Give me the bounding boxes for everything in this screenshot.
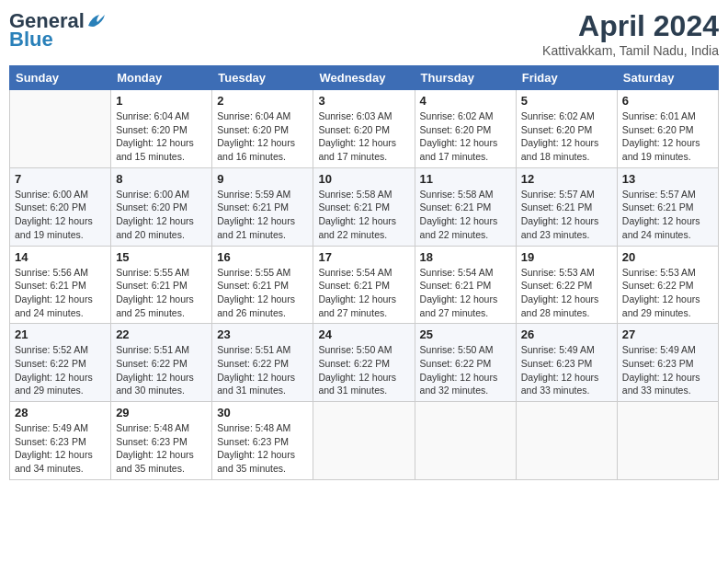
calendar-cell: 20Sunrise: 5:53 AM Sunset: 6:22 PM Dayli… — [617, 246, 718, 324]
day-info: Sunrise: 5:51 AM Sunset: 6:22 PM Dayligh… — [217, 343, 308, 397]
page-header: General Blue April 2024 Kattivakkam, Tam… — [9, 9, 719, 58]
title-block: April 2024 Kattivakkam, Tamil Nadu, Indi… — [542, 9, 719, 58]
day-info: Sunrise: 5:49 AM Sunset: 6:23 PM Dayligh… — [521, 343, 612, 397]
calendar-cell: 7Sunrise: 6:00 AM Sunset: 6:20 PM Daylig… — [10, 167, 111, 246]
day-number: 24 — [318, 327, 409, 341]
day-info: Sunrise: 5:49 AM Sunset: 6:23 PM Dayligh… — [622, 343, 713, 397]
calendar-cell: 10Sunrise: 5:58 AM Sunset: 6:21 PM Dayli… — [313, 167, 415, 246]
day-number: 3 — [318, 94, 409, 108]
calendar-cell: 15Sunrise: 5:55 AM Sunset: 6:21 PM Dayli… — [111, 246, 212, 324]
day-number: 12 — [521, 172, 612, 186]
day-number: 25 — [420, 327, 511, 341]
day-number: 26 — [521, 327, 612, 341]
calendar-cell: 19Sunrise: 5:53 AM Sunset: 6:22 PM Dayli… — [516, 246, 617, 324]
calendar-cell: 25Sunrise: 5:50 AM Sunset: 6:22 PM Dayli… — [415, 324, 516, 402]
day-info: Sunrise: 5:58 AM Sunset: 6:21 PM Dayligh… — [420, 188, 511, 242]
calendar-row: 7Sunrise: 6:00 AM Sunset: 6:20 PM Daylig… — [10, 167, 719, 246]
day-number: 9 — [217, 172, 308, 186]
day-info: Sunrise: 5:48 AM Sunset: 6:23 PM Dayligh… — [217, 421, 308, 476]
calendar-cell — [10, 90, 111, 168]
day-info: Sunrise: 5:50 AM Sunset: 6:22 PM Dayligh… — [318, 343, 409, 397]
calendar-cell: 22Sunrise: 5:51 AM Sunset: 6:22 PM Dayli… — [111, 324, 212, 402]
calendar-cell: 18Sunrise: 5:54 AM Sunset: 6:21 PM Dayli… — [415, 246, 516, 324]
day-number: 15 — [116, 250, 207, 264]
calendar-row: 1Sunrise: 6:04 AM Sunset: 6:20 PM Daylig… — [10, 90, 719, 168]
day-info: Sunrise: 6:02 AM Sunset: 6:20 PM Dayligh… — [521, 109, 612, 164]
month-title: April 2024 — [542, 9, 719, 43]
day-number: 22 — [116, 327, 207, 341]
calendar-cell: 16Sunrise: 5:55 AM Sunset: 6:21 PM Dayli… — [212, 246, 313, 324]
calendar-cell — [313, 402, 415, 480]
calendar-row: 21Sunrise: 5:52 AM Sunset: 6:22 PM Dayli… — [10, 324, 719, 402]
calendar-cell — [516, 402, 617, 480]
day-info: Sunrise: 6:02 AM Sunset: 6:20 PM Dayligh… — [420, 109, 511, 164]
calendar-cell: 3Sunrise: 6:03 AM Sunset: 6:20 PM Daylig… — [313, 90, 415, 168]
weekday-header-row: SundayMondayTuesdayWednesdayThursdayFrid… — [10, 66, 719, 90]
day-info: Sunrise: 5:53 AM Sunset: 6:22 PM Dayligh… — [622, 266, 713, 320]
day-info: Sunrise: 5:53 AM Sunset: 6:22 PM Dayligh… — [521, 266, 612, 320]
weekday-header-cell: Tuesday — [212, 66, 313, 90]
day-number: 13 — [622, 172, 713, 186]
day-info: Sunrise: 5:54 AM Sunset: 6:21 PM Dayligh… — [318, 266, 409, 320]
day-number: 5 — [521, 94, 612, 108]
calendar-row: 28Sunrise: 5:49 AM Sunset: 6:23 PM Dayli… — [10, 402, 719, 480]
day-info: Sunrise: 6:04 AM Sunset: 6:20 PM Dayligh… — [217, 109, 308, 164]
day-info: Sunrise: 5:57 AM Sunset: 6:21 PM Dayligh… — [521, 188, 612, 242]
day-info: Sunrise: 5:49 AM Sunset: 6:23 PM Dayligh… — [15, 421, 106, 476]
day-number: 17 — [318, 250, 409, 264]
calendar-row: 14Sunrise: 5:56 AM Sunset: 6:21 PM Dayli… — [10, 246, 719, 324]
day-number: 2 — [217, 94, 308, 108]
day-number: 11 — [420, 172, 511, 186]
day-info: Sunrise: 5:55 AM Sunset: 6:21 PM Dayligh… — [217, 266, 308, 320]
day-info: Sunrise: 5:55 AM Sunset: 6:21 PM Dayligh… — [116, 266, 207, 320]
location: Kattivakkam, Tamil Nadu, India — [542, 43, 719, 58]
calendar-cell: 17Sunrise: 5:54 AM Sunset: 6:21 PM Dayli… — [313, 246, 415, 324]
calendar-table: SundayMondayTuesdayWednesdayThursdayFrid… — [9, 65, 719, 480]
day-info: Sunrise: 5:57 AM Sunset: 6:21 PM Dayligh… — [622, 188, 713, 242]
calendar-cell: 8Sunrise: 6:00 AM Sunset: 6:20 PM Daylig… — [111, 167, 212, 246]
day-number: 23 — [217, 327, 308, 341]
calendar-cell — [415, 402, 516, 480]
weekday-header-cell: Monday — [111, 66, 212, 90]
calendar-cell: 6Sunrise: 6:01 AM Sunset: 6:20 PM Daylig… — [617, 90, 718, 168]
calendar-cell: 1Sunrise: 6:04 AM Sunset: 6:20 PM Daylig… — [111, 90, 212, 168]
weekday-header-cell: Thursday — [415, 66, 516, 90]
weekday-header-cell: Sunday — [10, 66, 111, 90]
calendar-cell: 4Sunrise: 6:02 AM Sunset: 6:20 PM Daylig… — [415, 90, 516, 168]
calendar-cell: 2Sunrise: 6:04 AM Sunset: 6:20 PM Daylig… — [212, 90, 313, 168]
day-number: 1 — [116, 94, 207, 108]
weekday-header-cell: Wednesday — [313, 66, 415, 90]
day-number: 21 — [15, 327, 106, 341]
calendar-cell: 12Sunrise: 5:57 AM Sunset: 6:21 PM Dayli… — [516, 167, 617, 246]
calendar-cell: 5Sunrise: 6:02 AM Sunset: 6:20 PM Daylig… — [516, 90, 617, 168]
day-number: 29 — [116, 406, 207, 419]
calendar-cell: 26Sunrise: 5:49 AM Sunset: 6:23 PM Dayli… — [516, 324, 617, 402]
calendar-body: 1Sunrise: 6:04 AM Sunset: 6:20 PM Daylig… — [10, 90, 719, 480]
day-number: 8 — [116, 172, 207, 186]
day-number: 14 — [15, 250, 106, 264]
day-number: 6 — [622, 94, 713, 108]
day-number: 18 — [420, 250, 511, 264]
day-number: 16 — [217, 250, 308, 264]
day-info: Sunrise: 5:54 AM Sunset: 6:21 PM Dayligh… — [420, 266, 511, 320]
day-info: Sunrise: 5:58 AM Sunset: 6:21 PM Dayligh… — [318, 188, 409, 242]
logo: General Blue — [9, 9, 107, 52]
day-info: Sunrise: 6:01 AM Sunset: 6:20 PM Dayligh… — [622, 109, 713, 164]
calendar-cell: 29Sunrise: 5:48 AM Sunset: 6:23 PM Dayli… — [111, 402, 212, 480]
day-info: Sunrise: 6:03 AM Sunset: 6:20 PM Dayligh… — [318, 109, 409, 164]
day-number: 7 — [15, 172, 106, 186]
day-number: 28 — [15, 406, 106, 419]
day-info: Sunrise: 5:52 AM Sunset: 6:22 PM Dayligh… — [15, 343, 106, 397]
day-info: Sunrise: 5:56 AM Sunset: 6:21 PM Dayligh… — [15, 266, 106, 320]
logo-bird-icon — [86, 13, 107, 29]
calendar-cell: 30Sunrise: 5:48 AM Sunset: 6:23 PM Dayli… — [212, 402, 313, 480]
day-number: 27 — [622, 327, 713, 341]
calendar-cell: 11Sunrise: 5:58 AM Sunset: 6:21 PM Dayli… — [415, 167, 516, 246]
logo-blue: Blue — [9, 28, 53, 52]
day-info: Sunrise: 5:50 AM Sunset: 6:22 PM Dayligh… — [420, 343, 511, 397]
day-number: 30 — [217, 406, 308, 419]
day-info: Sunrise: 5:59 AM Sunset: 6:21 PM Dayligh… — [217, 188, 308, 242]
day-number: 4 — [420, 94, 511, 108]
calendar-cell: 24Sunrise: 5:50 AM Sunset: 6:22 PM Dayli… — [313, 324, 415, 402]
day-info: Sunrise: 6:00 AM Sunset: 6:20 PM Dayligh… — [15, 188, 106, 242]
